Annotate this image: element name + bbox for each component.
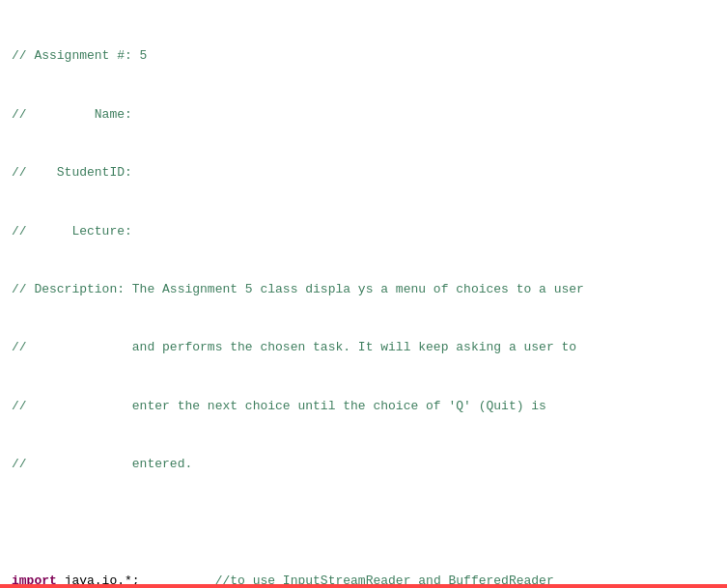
code-line-3: // StudentID:: [12, 163, 715, 182]
code-line-4: // Lecture:: [12, 222, 715, 241]
code-line-7: // enter the next choice until the choic…: [12, 397, 715, 416]
code-line-2: // Name:: [12, 105, 715, 125]
code-line-9: [12, 514, 715, 533]
code-line-1: // Assignment #: 5: [12, 46, 715, 66]
code-line-5: // Description: The Assignment 5 class d…: [12, 280, 715, 299]
code-editor: // Assignment #: 5 // Name: // StudentID…: [0, 0, 727, 588]
code-line-8: // entered.: [12, 455, 715, 474]
bottom-bar: [0, 584, 727, 588]
code-line-6: // and performs the chosen task. It will…: [12, 338, 715, 357]
